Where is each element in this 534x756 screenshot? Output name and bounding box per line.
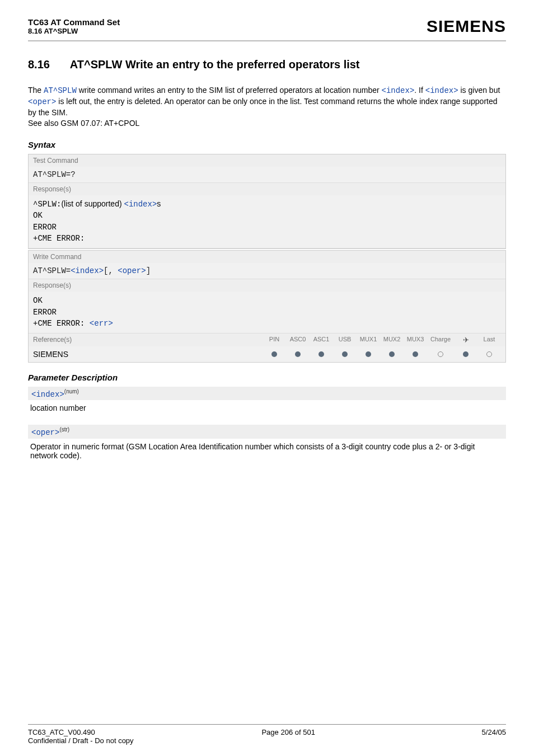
link-at-splw[interactable]: AT^SPLW bbox=[44, 86, 77, 95]
resp-prefix: ^SPLW: bbox=[33, 200, 61, 209]
response-label: Response(s) bbox=[29, 279, 505, 292]
capability-dots bbox=[263, 350, 501, 359]
param-index-desc: location number bbox=[28, 402, 506, 420]
dot-filled-icon bbox=[342, 351, 348, 357]
footer-date: 5/24/05 bbox=[482, 728, 506, 736]
intro-text: is left out, the entry is deleted. An op… bbox=[28, 97, 498, 117]
test-response: ^SPLW:(list of supported) <index>s OK ER… bbox=[29, 195, 505, 248]
resp-ok: OK bbox=[33, 296, 43, 305]
resp-error: ERROR bbox=[33, 308, 57, 317]
dot-filled-icon bbox=[366, 351, 371, 357]
dot-mux2 bbox=[380, 350, 404, 359]
param-oper-desc: Operator in numeric format (GSM Location… bbox=[28, 441, 506, 468]
resp-ok: OK bbox=[33, 211, 43, 220]
header-divider bbox=[28, 40, 506, 41]
resp-cme: +CME ERROR: bbox=[33, 234, 85, 243]
page-header: TC63 AT Command Set 8.16 AT^SPLW SIEMENS bbox=[28, 17, 506, 36]
write-response: OK ERROR +CME ERROR: <err> bbox=[29, 292, 505, 334]
footer-confidential: Confidential / Draft - Do not copy bbox=[28, 736, 506, 745]
link-index[interactable]: <index> bbox=[71, 266, 104, 275]
col-asc0: ASC0 bbox=[286, 336, 310, 344]
resp-error: ERROR bbox=[33, 223, 57, 232]
link-index[interactable]: <index> bbox=[382, 86, 415, 95]
link-oper[interactable]: <oper> bbox=[28, 97, 56, 106]
param-index-name[interactable]: <index> bbox=[31, 389, 64, 398]
reference-label: Reference(s) bbox=[33, 336, 72, 344]
dot-usb bbox=[333, 350, 357, 359]
section-heading: 8.16 AT^SPLW Write an entry to the prefe… bbox=[28, 58, 506, 71]
dot-empty-icon bbox=[486, 351, 492, 357]
col-charge: Charge bbox=[427, 336, 454, 344]
param-oper-name[interactable]: <oper> bbox=[31, 428, 59, 437]
section-title-text: AT^SPLW Write an entry to the preferred … bbox=[70, 58, 360, 71]
cmd-text: ] bbox=[146, 266, 151, 275]
dot-filled-icon bbox=[413, 351, 418, 357]
col-mux2: MUX2 bbox=[380, 336, 404, 344]
dot-mux3 bbox=[404, 350, 427, 359]
write-command: AT^SPLW=<index>[, <oper>] bbox=[29, 263, 505, 279]
dot-mux1 bbox=[357, 350, 380, 359]
intro-text: is given but bbox=[458, 86, 500, 95]
link-index[interactable]: <index> bbox=[425, 86, 458, 95]
param-oper-box: <oper>(str) bbox=[28, 425, 506, 439]
cmd-text: AT^SPLW= bbox=[33, 266, 71, 275]
write-command-label: Write Command bbox=[29, 251, 505, 263]
dot-filled-icon bbox=[295, 351, 301, 357]
param-index-box: <index>(num) bbox=[28, 387, 506, 401]
reference-value: SIEMENS bbox=[33, 350, 68, 359]
dot-filled-icon bbox=[318, 351, 324, 357]
col-usb: USB bbox=[333, 336, 357, 344]
intro-text: . If bbox=[414, 86, 425, 95]
reference-value-row: SIEMENS bbox=[29, 346, 505, 362]
resp-cme: +CME ERROR: bbox=[33, 319, 90, 328]
section-number: 8.16 bbox=[28, 58, 67, 71]
dot-asc0 bbox=[286, 350, 310, 359]
cmd-text: [, bbox=[104, 266, 118, 275]
param-desc-heading: Parameter Description bbox=[28, 373, 506, 382]
syntax-heading: Syntax bbox=[28, 140, 506, 149]
write-command-box: Write Command AT^SPLW=<index>[, <oper>] … bbox=[28, 250, 506, 363]
col-mux1: MUX1 bbox=[357, 336, 380, 344]
dot-filled-icon bbox=[271, 351, 277, 357]
siemens-logo: SIEMENS bbox=[427, 17, 506, 36]
page-footer: TC63_ATC_V00.490 Page 206 of 501 5/24/05… bbox=[28, 724, 506, 745]
intro-text: The bbox=[28, 86, 44, 95]
dot-asc1 bbox=[310, 350, 333, 359]
link-oper[interactable]: <oper> bbox=[118, 266, 146, 275]
intro-see-also: See also GSM 07.07: AT+CPOL bbox=[28, 119, 139, 128]
dot-last bbox=[477, 350, 501, 359]
link-index[interactable]: <index> bbox=[124, 200, 157, 209]
response-label: Response(s) bbox=[29, 182, 505, 195]
doc-subtitle: 8.16 AT^SPLW bbox=[28, 27, 120, 35]
dot-empty-icon bbox=[438, 351, 443, 357]
resp-text: (list of supported) bbox=[61, 199, 124, 208]
col-mux3: MUX3 bbox=[404, 336, 427, 344]
footer-row: TC63_ATC_V00.490 Page 206 of 501 5/24/05 bbox=[28, 728, 506, 736]
doc-title: TC63 AT Command Set bbox=[28, 17, 120, 27]
dot-filled-icon bbox=[389, 351, 395, 357]
link-err[interactable]: <err> bbox=[90, 319, 113, 328]
airplane-icon: ✈ bbox=[454, 336, 477, 344]
capability-columns: PIN ASC0 ASC1 USB MUX1 MUX2 MUX3 Charge … bbox=[263, 336, 501, 344]
param-oper-type: (str) bbox=[59, 426, 69, 433]
footer-doc-id: TC63_ATC_V00.490 bbox=[28, 728, 95, 736]
dot-charge bbox=[427, 350, 454, 359]
dot-pin bbox=[263, 350, 286, 359]
footer-divider bbox=[28, 724, 506, 725]
test-command-box: Test Command AT^SPLW=? Response(s) ^SPLW… bbox=[28, 154, 506, 249]
dot-filled-icon bbox=[463, 351, 469, 357]
intro-text: write command writes an entry to the SIM… bbox=[77, 86, 382, 95]
col-asc1: ASC1 bbox=[310, 336, 333, 344]
resp-suffix: s bbox=[157, 199, 161, 208]
intro-paragraph: The AT^SPLW write command writes an entr… bbox=[28, 85, 506, 129]
footer-page-num: Page 206 of 501 bbox=[261, 728, 315, 736]
header-left-block: TC63 AT Command Set 8.16 AT^SPLW bbox=[28, 17, 120, 35]
test-command-label: Test Command bbox=[29, 154, 505, 167]
col-last: Last bbox=[477, 336, 501, 344]
reference-header-row: Reference(s) PIN ASC0 ASC1 USB MUX1 MUX2… bbox=[29, 334, 505, 346]
param-index-type: (num) bbox=[64, 388, 79, 395]
col-pin: PIN bbox=[263, 336, 286, 344]
test-command: AT^SPLW=? bbox=[29, 167, 505, 182]
dot-air bbox=[454, 350, 477, 359]
